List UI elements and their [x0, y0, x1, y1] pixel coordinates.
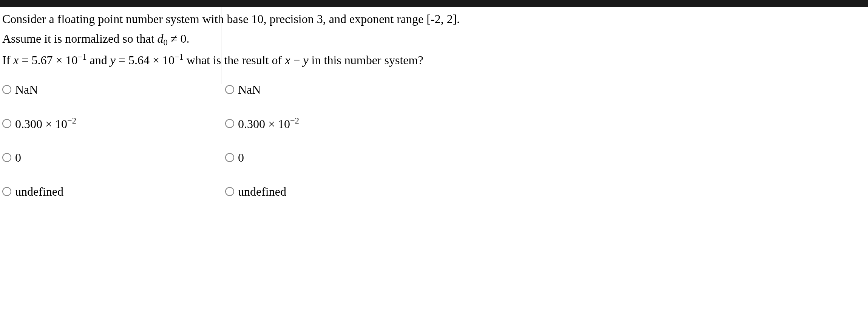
- option-label: 0: [238, 148, 244, 167]
- option-undefined-left[interactable]: undefined: [2, 182, 225, 201]
- option-label: 0.300 × 10−2: [238, 114, 299, 133]
- top-bar: [0, 0, 868, 7]
- var-d: d: [158, 32, 164, 45]
- superscript: −2: [67, 116, 76, 125]
- option-label: 0: [15, 148, 21, 167]
- option-label: undefined: [238, 182, 286, 201]
- option-value-left[interactable]: 0.300 × 10−2: [2, 114, 225, 133]
- radio-button[interactable]: [2, 85, 11, 94]
- radio-button[interactable]: [225, 85, 234, 94]
- radio-button[interactable]: [225, 187, 234, 196]
- question-line-2: Assume it is normalized so that d0 ≠ 0.: [2, 29, 866, 49]
- radio-button[interactable]: [225, 119, 234, 128]
- option-nan-left[interactable]: NaN: [2, 80, 225, 99]
- options-column-right: NaN 0.300 × 10−2 0 undefined: [225, 80, 299, 201]
- options-container: NaN 0.300 × 10−2 0 undefined NaN 0: [2, 80, 866, 201]
- text: Consider a floating point number system …: [2, 12, 426, 26]
- text: = 5.67 × 10: [19, 53, 78, 67]
- radio-button[interactable]: [2, 153, 11, 162]
- text: = 5.64 × 10: [116, 53, 175, 67]
- text: 0.300 × 10: [15, 117, 67, 130]
- options-column-left: NaN 0.300 × 10−2 0 undefined: [2, 80, 225, 201]
- option-label: undefined: [15, 182, 63, 201]
- superscript: −1: [175, 52, 184, 62]
- var-x: x: [13, 53, 19, 67]
- vertical-divider: [221, 7, 221, 84]
- var-x: x: [285, 53, 290, 67]
- text: Assume it is normalized so that: [2, 32, 158, 45]
- option-label: NaN: [15, 80, 38, 99]
- option-nan-right[interactable]: NaN: [225, 80, 299, 99]
- text: in this number system?: [309, 53, 423, 67]
- option-undefined-right[interactable]: undefined: [225, 182, 299, 201]
- text: .: [457, 12, 460, 26]
- text: 0.300 × 10: [238, 117, 290, 130]
- question-line-1: Consider a floating point number system …: [2, 10, 866, 28]
- text: −: [290, 53, 303, 67]
- radio-button[interactable]: [2, 119, 11, 128]
- radio-button[interactable]: [2, 187, 11, 196]
- option-zero-left[interactable]: 0: [2, 148, 225, 167]
- text: ≠ 0.: [168, 32, 190, 45]
- text: and: [86, 53, 110, 67]
- superscript: −1: [78, 52, 87, 62]
- option-label: NaN: [238, 80, 261, 99]
- text: what is the result of: [184, 53, 285, 67]
- option-label: 0.300 × 10−2: [15, 114, 76, 133]
- text: If: [2, 53, 13, 67]
- option-zero-right[interactable]: 0: [225, 148, 299, 167]
- range-text: [-2, 2]: [426, 12, 457, 26]
- question-content: Consider a floating point number system …: [0, 7, 868, 204]
- var-y: y: [303, 53, 308, 67]
- question-line-3: If x = 5.67 × 10−1 and y = 5.64 × 10−1 w…: [2, 51, 866, 69]
- superscript: −2: [290, 116, 299, 125]
- question-text: Consider a floating point number system …: [2, 10, 866, 69]
- subscript: 0: [164, 38, 168, 47]
- var-y: y: [110, 53, 116, 67]
- radio-button[interactable]: [225, 153, 234, 162]
- option-value-right[interactable]: 0.300 × 10−2: [225, 114, 299, 133]
